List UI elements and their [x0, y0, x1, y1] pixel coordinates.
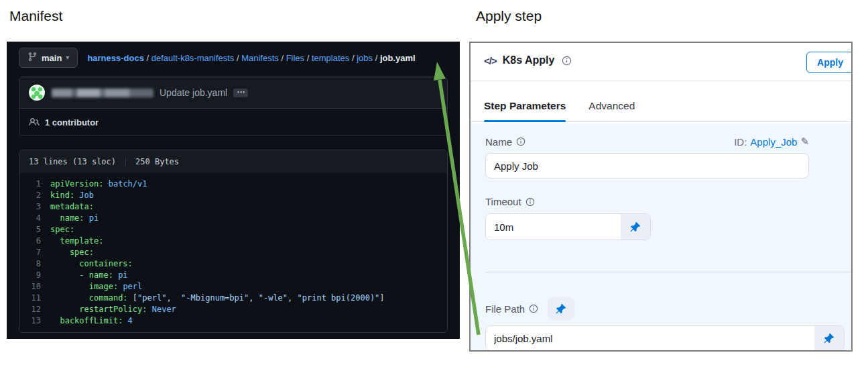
line-number[interactable]: 13 [19, 315, 50, 327]
breadcrumb-link[interactable]: jobs [357, 53, 373, 63]
commit-box: Update job.yaml ⋯ 1 contributor [19, 76, 448, 136]
name-label: Name [485, 136, 512, 148]
step-id-link[interactable]: Apply_Job [750, 136, 797, 148]
line-number[interactable]: 10 [19, 281, 50, 293]
line-number[interactable]: 5 [19, 224, 50, 236]
latest-commit-row: Update job.yaml ⋯ [19, 77, 447, 108]
code-line: 10 image: perl [19, 281, 447, 293]
info-icon[interactable] [525, 197, 535, 207]
timeout-input[interactable] [486, 214, 621, 240]
breadcrumb-separator: / [144, 53, 151, 63]
line-number[interactable]: 6 [19, 236, 50, 247]
github-header-row: main ▾ harness-docs / default-k8s-manife… [19, 46, 448, 69]
ellipsis-icon[interactable]: ⋯ [233, 89, 248, 97]
pin-icon[interactable] [621, 214, 650, 240]
branch-selector-button[interactable]: main ▾ [19, 48, 78, 68]
avatar[interactable] [29, 85, 45, 101]
breadcrumb-link[interactable]: default-k8s-manifests [151, 53, 235, 63]
manifest-title: Manifest [9, 8, 62, 24]
breadcrumb: harness-docs / default-k8s-manifests / M… [87, 53, 415, 63]
code-line: 12 restartPolicy: Never [19, 304, 447, 315]
code-text: spec: [50, 247, 94, 258]
file-path-field-label-wrap: File Path [485, 303, 538, 315]
line-number[interactable]: 9 [19, 270, 50, 281]
tab-step-parameters[interactable]: Step Parameters [484, 100, 566, 121]
git-branch-icon [27, 52, 38, 64]
code-text: name: pi [50, 213, 99, 224]
code-icon: </> [484, 55, 497, 66]
breadcrumb-separator: / [304, 53, 312, 63]
breadcrumb-link[interactable]: harness-docs [87, 53, 144, 63]
code-text: template: [50, 236, 103, 247]
apply-changes-button[interactable]: Apply [806, 52, 853, 73]
people-icon [29, 117, 40, 127]
section-divider [485, 272, 851, 272]
step-title: K8s Apply [503, 54, 555, 66]
code-line: 13 backoffLimit: 4 [19, 315, 447, 327]
breadcrumb-link[interactable]: Manifests [241, 53, 279, 63]
github-file-panel: main ▾ harness-docs / default-k8s-manife… [7, 42, 460, 339]
info-icon[interactable] [562, 56, 572, 66]
apply-step-title: Apply step [476, 8, 542, 24]
code-text: backoffLimit: 4 [50, 315, 133, 327]
pin-icon[interactable] [814, 326, 844, 350]
contributors-row: 1 contributor [19, 108, 447, 136]
info-icon[interactable] [516, 137, 525, 146]
line-number[interactable]: 1 [19, 178, 50, 190]
line-number[interactable]: 12 [19, 304, 50, 315]
commit-message[interactable]: Update job.yaml [160, 87, 227, 98]
code-text: containers: [50, 258, 133, 270]
code-line: 8 containers: [19, 258, 447, 270]
file-path-label: File Path [485, 303, 525, 315]
code-text: metadata: [50, 201, 94, 213]
code-text: image: perl [50, 281, 142, 293]
line-number[interactable]: 8 [19, 258, 50, 270]
code-box: 13 lines (13 sloc) 250 Bytes 1apiVersion… [19, 150, 448, 333]
file-meta-bar: 13 lines (13 sloc) 250 Bytes [19, 150, 447, 173]
code-text: apiVersion: batch/v1 [50, 178, 147, 190]
code-text: command: ["perl", "-Mbignum=bpi", "-wle"… [50, 293, 385, 304]
info-icon[interactable] [529, 304, 538, 313]
breadcrumb-separator: / [279, 53, 286, 63]
breadcrumb-link[interactable]: templates [312, 53, 349, 63]
pin-icon[interactable] [548, 297, 574, 320]
yaml-code-viewer: 1apiVersion: batch/v12kind: Job3metadata… [19, 173, 447, 332]
file-size: 250 Bytes [125, 157, 179, 166]
code-text: restartPolicy: Never [50, 304, 176, 315]
code-line: 4 name: pi [19, 213, 447, 224]
edit-icon[interactable]: ✎ [800, 136, 809, 148]
code-line: 9 - name: pi [19, 270, 447, 281]
file-lines-count: 13 lines (13 sloc) [29, 157, 116, 166]
step-tabs: Step ParametersAdvanced [471, 81, 851, 122]
breadcrumb-separator: / [349, 53, 357, 63]
line-number[interactable]: 11 [19, 293, 50, 304]
branch-name: main [42, 53, 62, 63]
line-number[interactable]: 2 [19, 190, 50, 201]
breadcrumb-separator: / [373, 53, 380, 63]
line-number[interactable]: 4 [19, 213, 50, 224]
timeout-field-label-wrap: Timeout [485, 196, 535, 207]
line-number[interactable]: 3 [19, 201, 50, 213]
breadcrumb-separator: / [234, 53, 241, 63]
name-input[interactable] [485, 153, 809, 178]
commit-author-redacted [52, 89, 153, 97]
contributors-link[interactable]: 1 contributor [45, 117, 99, 127]
k8s-apply-step-panel: </> K8s Apply Apply Step ParametersAdvan… [469, 42, 853, 352]
file-path-input[interactable] [486, 326, 814, 350]
timeout-label: Timeout [485, 196, 521, 207]
step-header: </> K8s Apply Apply [471, 43, 851, 81]
code-text: spec: [50, 224, 74, 236]
step-parameters-form: Name ID: Apply_Job ✎ Timeout [471, 123, 851, 350]
id-label: ID: [734, 136, 747, 148]
code-line: 5spec: [19, 224, 447, 236]
page: Manifest Apply step main ▾ harness-docs … [0, 0, 868, 365]
line-number[interactable]: 7 [19, 247, 50, 258]
name-field-label-wrap: Name [485, 136, 525, 148]
code-line: 2kind: Job [19, 190, 447, 201]
breadcrumb-current-file: job.yaml [380, 53, 416, 63]
tab-advanced[interactable]: Advanced [588, 100, 635, 121]
chevron-down-icon: ▾ [66, 54, 69, 61]
code-line: 3metadata: [19, 201, 447, 213]
code-line: 6 template: [19, 236, 447, 247]
breadcrumb-link[interactable]: Files [286, 53, 304, 63]
